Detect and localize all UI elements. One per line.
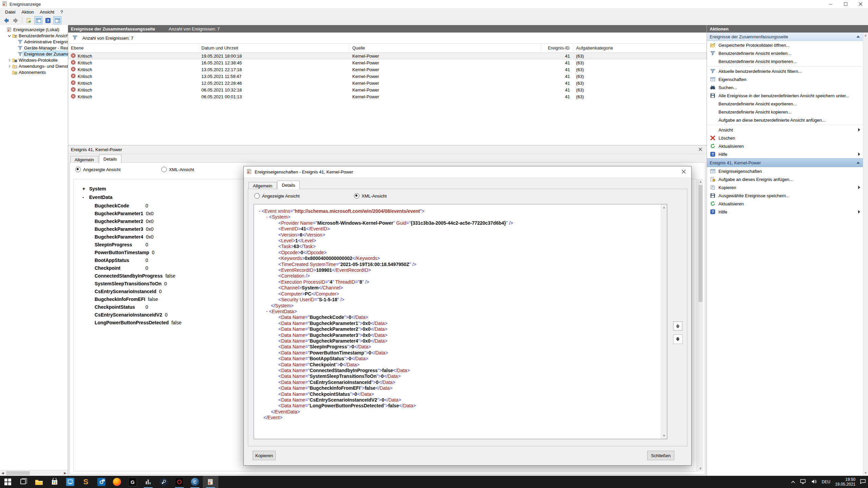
action-pane-icon[interactable] [53,16,61,24]
tree-item-windows-protokolle[interactable]: Windows-Protokolle [0,57,68,63]
previous-event-button[interactable] [673,321,683,331]
taskbar-icon-start[interactable] [0,476,16,488]
taskbar-icon-file-explorer[interactable] [31,476,47,488]
actions-section-header[interactable]: Ereignis 41, Kernel-Power [707,158,863,167]
action-center-icon[interactable] [860,479,866,485]
preview-close-icon[interactable] [698,147,703,152]
action-gespeicherte-protokolldatei-öffnen[interactable]: Gespeicherte Protokolldatei öffnen... [707,41,863,49]
displayed-view-radio[interactable]: Angezeigte Ansicht [75,167,121,172]
event-row[interactable]: Kritisch13.05.2021 22:17:18Kernel-Power4… [68,66,707,73]
taskbar-icon-firefox[interactable] [109,476,125,488]
actions-scrollbar[interactable]: ▲ ▼ [863,33,868,476]
scroll-left-icon[interactable]: ◀ [0,470,5,476]
scroll-right-icon[interactable]: ▶ [62,470,68,476]
dialog-displayed-view-radio[interactable]: Angezeigte Ansicht [254,193,300,199]
taskbar-icon-logitech-g[interactable]: G [125,476,140,488]
copy-button[interactable]: Kopieren [253,451,276,460]
chevron-right-icon[interactable] [7,65,12,68]
tree-item-abonnements[interactable]: Abonnements [0,69,68,75]
dialog-xml-view-radio[interactable]: XML-Ansicht [354,193,387,199]
taskbar-icon-cinema-4d[interactable]: C [187,476,203,488]
console-tree-icon[interactable] [34,16,42,24]
taskbar-icon-steam[interactable] [156,476,172,488]
tree-item-ger-te-manager-realtek[interactable]: Geräte-Manager - Realtek [0,45,68,51]
back-icon[interactable] [2,16,10,24]
tray-chevron-up-icon[interactable] [791,479,795,485]
chevron-down-icon[interactable] [7,34,12,37]
xml-view-radio[interactable]: XML-Ansicht [161,167,194,172]
action-alle-ereignisse-in-der-benutzerdefinierten-ansicht-speichern-unter[interactable]: Alle Ereignisse in der benutzerdefiniert… [707,92,863,100]
event-row[interactable]: Kritisch13.05.2021 11:59:47Kernel-Power4… [68,73,707,80]
tree-item-benutzerdefinierte-ansichten[interactable]: Benutzerdefinierte Ansichten [0,33,68,39]
xml-view-box[interactable]: - <Event xmlns="http://schemas.microsoft… [254,204,667,439]
action-aktualisieren[interactable]: Aktualisieren [707,142,863,150]
column-header-ereignis-id[interactable]: Ereignis-ID [541,43,573,53]
event-row[interactable]: Kritisch19.05.2021 18:00:18Kernel-Power4… [68,53,707,59]
help-icon[interactable]: ? [44,16,52,24]
event-row[interactable]: Kritisch16.05.2021 12:38:45Kernel-Power4… [68,59,707,66]
dialog-tab-details[interactable]: Details [277,181,300,189]
volume-icon[interactable] [811,479,817,485]
event-row[interactable]: Kritisch06.05.2021 10:32:18Kernel-Power4… [68,86,707,93]
taskbar-icon-snip-sketch[interactable] [62,476,78,488]
sidebar-hscrollbar[interactable]: ◀ ▶ [0,470,68,476]
action-eigenschaften[interactable]: Eigenschaften [707,75,863,83]
menu-item-aktion[interactable]: Aktion [18,9,37,15]
maximize-button[interactable] [838,0,853,8]
column-header-ebene[interactable]: Ebene [68,43,199,53]
expand-marker[interactable]: + [82,186,89,191]
tree-item-anwendungs-und-dienstprotokolle[interactable]: Anwendungs- und Dienstprotokolle [0,63,68,69]
close-button[interactable] [853,0,868,8]
event-row[interactable]: Kritisch12.05.2021 22:28:46Kernel-Power4… [68,80,707,86]
preview-tab-details[interactable]: Details [99,155,121,163]
action-hilfe[interactable]: ?Hilfe [707,208,863,216]
taskbar-icon-event-viewer[interactable] [203,476,218,488]
chevron-right-icon[interactable] [7,59,12,62]
tree-item-ereignisanzeige-lokal[interactable]: Ereignisanzeige (Lokal) [0,26,68,33]
actions-section-header[interactable]: Ereignisse der Zusammenfassungsseite [707,33,863,41]
action-aktualisieren[interactable]: Aktualisieren [707,200,863,208]
action-suchen[interactable]: Suchen... [707,83,863,92]
next-event-button[interactable] [673,334,683,344]
menu-item-ansicht[interactable]: Ansicht [37,9,58,15]
action-löschen[interactable]: Löschen [707,134,863,142]
forward-icon[interactable] [12,16,20,24]
taskbar-icon-task-view[interactable] [16,476,31,488]
minimize-button[interactable] [823,0,838,8]
event-row[interactable]: Kritisch06.05.2021 00:01:13Kernel-Power4… [68,93,707,100]
action-ereigniseigenschaften[interactable]: Ereigniseigenschaften [707,167,863,175]
tree-item-ereignisse-der-zusammenfassungsseite[interactable]: Ereignisse der Zusammenfassungsseite [0,51,68,57]
action-aufgabe-an-dieses-ereignis-anfügen[interactable]: Aufgabe an dieses Ereignis anfügen... [707,175,863,183]
taskbar-clock[interactable]: 19:50 19.05.2021 [835,477,855,487]
column-header-aufgabenkategorie[interactable]: Aufgabenkategorie [573,43,707,53]
export-icon[interactable] [25,16,33,24]
expand-marker[interactable]: - [82,195,89,200]
action-benutzerdefinierte-ansicht-kopieren[interactable]: Benutzerdefinierte Ansicht kopieren... [707,108,863,116]
action-hilfe[interactable]: ?Hilfe [707,150,863,158]
network-icon[interactable] [800,479,806,485]
action-benutzerdefinierte-ansicht-erstellen[interactable]: Benutzerdefinierte Ansicht erstellen... [707,49,863,57]
taskbar-icon-sublime-text[interactable]: S [78,476,94,488]
scrollbar-thumb[interactable] [6,471,30,475]
collapse-icon[interactable] [856,36,860,38]
action-aufgabe-an-diese-benutzerdefinierte-ansicht-anfügen[interactable]: Aufgabe an diese benutzerdefinierte Ansi… [707,116,863,124]
dialog-close-icon[interactable] [676,166,691,177]
action-benutzerdefinierte-ansicht-exportieren[interactable]: Benutzerdefinierte Ansicht exportieren..… [707,100,863,108]
taskbar-icon-ryzen-master[interactable] [172,476,187,488]
tree-item-administrative-ereignisse[interactable]: Administrative Ereignisse [0,39,68,45]
close-dialog-button[interactable]: Schließen [647,451,674,460]
language-indicator[interactable]: DEU [822,480,830,484]
preview-vscrollbar[interactable]: ▲ ▼ [697,179,703,471]
xml-vscrollbar[interactable]: ▲ ▼ [661,204,667,439]
taskbar-icon-equalizer[interactable] [140,476,156,488]
action-aktuelle-benutzerdefinierte-ansicht-filtern[interactable]: Aktuelle benutzerdefinierte Ansicht filt… [707,67,863,75]
action-ansicht[interactable]: Ansicht [707,126,863,134]
taskbar-icon-outlook[interactable]: O [94,476,109,488]
collapse-icon[interactable] [856,162,860,164]
column-header-datum-und-uhrzeit[interactable]: Datum und Uhrzeit [199,43,350,53]
column-header-quelle[interactable]: Quelle [350,43,541,53]
action-kopieren[interactable]: Kopieren [707,183,863,191]
menu-item-datei[interactable]: Datei [2,9,18,15]
action-ausgewählte-ereignisse-speichern[interactable]: Ausgewählte Ereignisse speichern... [707,191,863,200]
menu-item-?[interactable]: ? [57,9,66,15]
